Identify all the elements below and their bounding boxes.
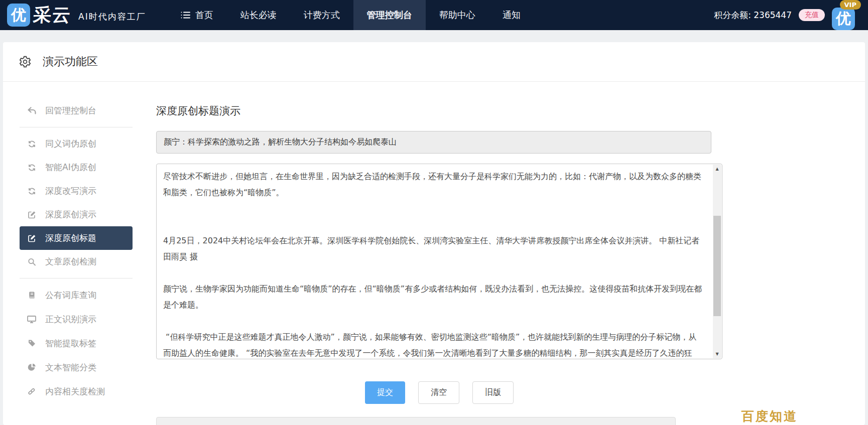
book-icon [27,291,37,299]
gear-icon [19,55,32,68]
sidebar-item-text-classification[interactable]: 文本智能分类 [20,355,133,379]
nav-item-label: 通知 [503,9,521,21]
points-balance: 积分余额: 2365447 [714,10,792,21]
sidebar-item-body-text-recognition[interactable]: 正文识别演示 [20,307,133,331]
sidebar-item-label: 智能提取标签 [45,338,96,349]
sidebar-item-synonym-rewrite[interactable]: 同义词伪原创 [20,132,133,156]
nav-item-home[interactable]: 首页 [167,0,227,30]
nav-item-label: 首页 [195,9,213,21]
navbar-right: 积分余额: 2365447 充值 VIP 优 [714,0,858,30]
nav-item-label: 计费方式 [304,9,340,21]
app-logo[interactable]: 优 采云 AI时代内容工厂 [7,0,146,30]
points-label: 积分余额: [714,10,751,20]
top-navbar: 优 采云 AI时代内容工厂 首页 站长必读 计费方式 管理控制台 帮助中心 通知… [0,0,868,30]
nav-item-label: 管理控制台 [367,9,412,21]
nav-item-pricing[interactable]: 计费方式 [290,0,353,30]
nav-item-notice[interactable]: 通知 [489,0,534,30]
nav-item-must-read[interactable]: 站长必读 [227,0,290,30]
result-box-partial [156,417,676,425]
sidebar-item-label: 同义词伪原创 [45,138,96,150]
main-menu: 首页 站长必读 计费方式 管理控制台 帮助中心 通知 [167,0,534,30]
edit-icon [27,211,37,219]
logo-mark: 优 [7,4,30,27]
list-icon [181,11,191,19]
sidebar-item-deep-original-demo[interactable]: 深度原创演示 [20,203,133,226]
sidebar-item-deep-rewrite-demo[interactable]: 深度改写演示 [20,179,133,203]
recharge-button[interactable]: 充值 [799,9,825,21]
refresh-icon [27,140,37,148]
logo-wordmark: 采云 [32,3,72,28]
section-title: 深度原创标题演示 [156,104,865,118]
sidebar-item-label: 深度原创标题 [45,232,96,244]
sidebar-item-back-console[interactable]: 回管理控制台 [20,99,133,122]
sidebar-item-label: 文章原创检测 [45,256,96,267]
sidebar-item-originality-check[interactable]: 文章原创检测 [20,250,133,273]
content-card: 演示功能区 回管理控制台 同义词伪原创 智能AI伪原创 [3,42,865,425]
nav-item-label: 站长必读 [240,9,277,21]
scrollbar-thumb[interactable] [713,216,721,316]
main-content: 深度原创标题演示 尽管技术不断进步，但她坦言，在生命世界里，因为缺乏合适的检测手… [149,82,865,425]
edit-icon [27,234,37,242]
sidebar-item-smart-tags[interactable]: 智能提取标签 [20,331,133,355]
pie-chart-icon [27,363,37,371]
sidebar-item-label: 深度原创演示 [45,209,96,220]
legacy-version-button[interactable]: 旧版 [472,381,514,404]
article-textarea[interactable]: 尽管技术不断进步，但她坦言，在生命世界里，因为缺乏合适的检测手段，还有大量分子是… [157,164,722,359]
reply-icon [27,107,37,115]
sidebar-divider [20,278,133,278]
sidebar-item-label: 内容相关度检测 [45,386,105,397]
refresh-icon [27,187,37,195]
nav-item-label: 帮助中心 [439,9,475,21]
submit-button[interactable]: 提交 [365,381,405,404]
refresh-icon [27,164,37,172]
monitor-icon [27,315,37,323]
search-icon [27,258,37,266]
points-value: 2365447 [754,10,792,20]
scroll-up-icon[interactable]: ▲ [713,165,721,173]
sidebar-item-label: 公有词库查询 [45,290,96,301]
sidebar-item-label: 文本智能分类 [45,362,96,373]
sidebar-item-public-lexicon[interactable]: 公有词库查询 [20,283,133,307]
nav-item-help[interactable]: 帮助中心 [426,0,489,30]
article-textarea-wrap: 尽管技术不断进步，但她坦言，在生命世界里，因为缺乏合适的检测手段，还有大量分子是… [156,164,722,359]
sidebar-divider [20,127,133,127]
clear-button[interactable]: 清空 [418,381,459,404]
link-icon [27,387,37,395]
avatar: 优 [832,8,855,30]
scroll-down-icon[interactable]: ▼ [713,350,721,358]
sidebar-item-ai-rewrite[interactable]: 智能AI伪原创 [20,156,133,179]
tag-icon [27,339,37,347]
sidebar-item-label: 正文识别演示 [45,314,96,325]
page-title: 演示功能区 [43,54,98,69]
watermark: 百度知道 [741,408,798,424]
user-avatar[interactable]: VIP 优 [832,0,858,30]
vip-badge: VIP [840,0,861,10]
textarea-scrollbar[interactable]: ▲ ▼ [713,165,721,358]
sidebar-item-label: 智能AI伪原创 [45,162,96,173]
nav-item-console[interactable]: 管理控制台 [353,0,426,30]
sidebar-item-label: 回管理控制台 [45,105,96,116]
sidebar-item-relevance-check[interactable]: 内容相关度检测 [20,379,133,403]
logo-tagline: AI时代内容工厂 [78,11,146,23]
sidebar-item-label: 深度改写演示 [45,185,96,197]
page-header: 演示功能区 [3,42,865,82]
sidebar: 回管理控制台 同义词伪原创 智能AI伪原创 深度改写演示 [3,82,149,425]
button-row: 提交 清空 旧版 [156,381,722,404]
title-input[interactable] [156,131,711,154]
sidebar-item-deep-original-title[interactable]: 深度原创标题 [20,226,133,250]
